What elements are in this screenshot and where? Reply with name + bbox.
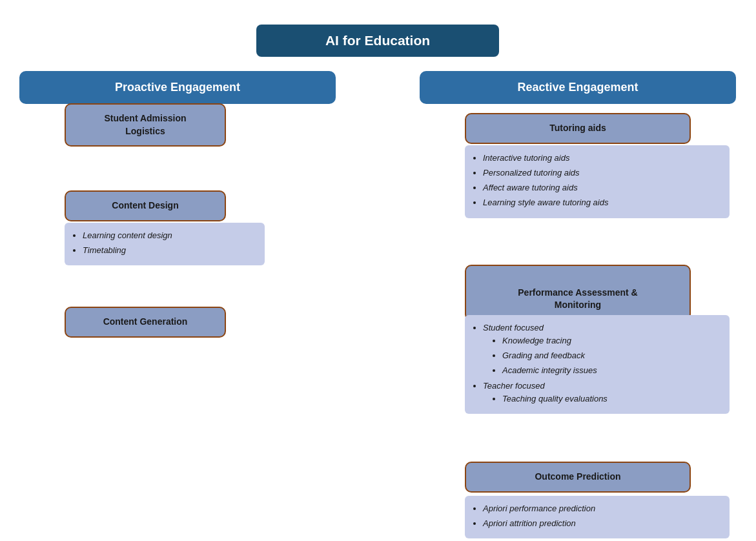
bullet-item-nested: Grading and feedback [502,349,720,362]
bullet-item-nested: Teaching quality evaluations [502,393,720,405]
category-reactive: Reactive Engagement [420,71,736,104]
bullet-item: Apriori attrition prediction [483,517,720,530]
sub-content-generation: Content Generation [65,307,226,338]
sub-content-design: Content Design [65,190,226,221]
sub-student-admission: Student Admission Logistics [65,103,226,147]
diagram-container: AI for Education Proactive Engagement St… [0,0,756,541]
bullet-item-nested: Knowledge tracing [502,334,720,347]
bullets-performance-assessment: Student focused Knowledge tracing Gradin… [465,315,730,414]
bullet-item: Affect aware tutoring aids [483,181,720,194]
bullets-outcome-prediction: Apriori performance prediction Apriori a… [465,496,730,538]
bullet-item: Learning content design [83,229,256,242]
bullet-item: Apriori performance prediction [483,502,720,515]
sub-outcome-prediction: Outcome Prediction [465,462,691,493]
category-proactive: Proactive Engagement [19,71,336,104]
bullet-item: Student focused Knowledge tracing Gradin… [483,322,720,378]
bullet-item: Teacher focused Teaching quality evaluat… [483,380,720,405]
bullets-tutoring-aids: Interactive tutoring aids Personalized t… [465,145,730,218]
sub-tutoring-aids: Tutoring aids [465,113,691,144]
root-node: AI for Education [256,25,499,57]
bullet-item: Personalized tutoring aids [483,167,720,179]
bullet-item: Learning style aware tutoring aids [483,196,720,209]
sub-performance-assessment: Performance Assessment & Monitoring [465,265,691,321]
bullets-content-design: Learning content design Timetabling [65,223,265,265]
bullet-item-nested: Academic integrity issues [502,364,720,377]
bullet-item: Interactive tutoring aids [483,152,720,165]
bullet-item: Timetabling [83,244,256,257]
